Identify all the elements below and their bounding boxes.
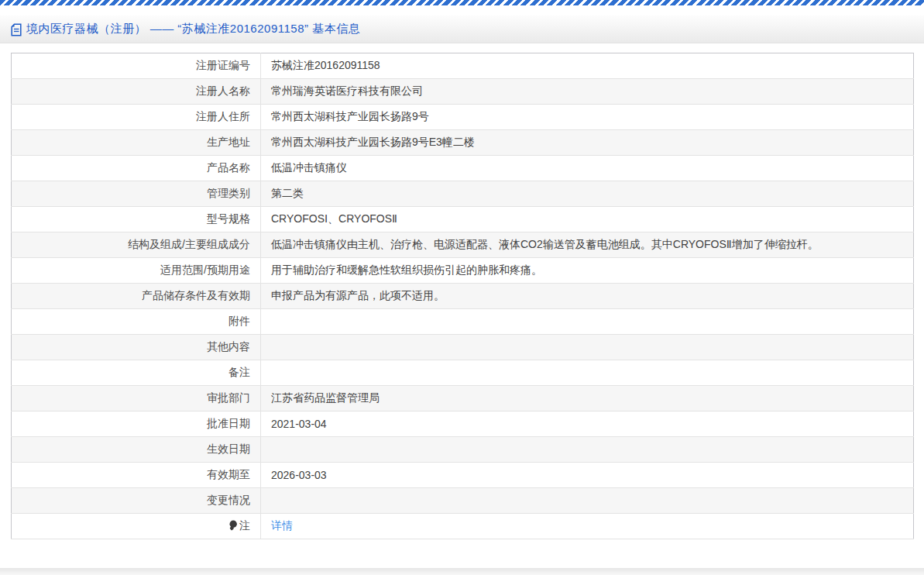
table-row: 结构及组成/主要组成成分 低温冲击镇痛仪由主机、治疗枪、电源适配器、液体CO2输… bbox=[12, 232, 914, 258]
row-label: 型号规格 bbox=[12, 207, 261, 232]
row-value: 低温冲击镇痛仪 bbox=[261, 156, 914, 181]
row-label: 有效期至 bbox=[12, 463, 261, 488]
table-row: 有效期至 2026-03-03 bbox=[12, 463, 914, 488]
row-label: 注 bbox=[12, 514, 261, 539]
row-label: 变更情况 bbox=[12, 488, 261, 514]
row-value: 常州西太湖科技产业园长扬路9号E3幢二楼 bbox=[261, 130, 914, 156]
row-label: 适用范围/预期用途 bbox=[12, 258, 261, 284]
row-value bbox=[261, 488, 914, 514]
page-header: 境内医疗器械（注册） —— “苏械注准20162091158” 基本信息 bbox=[0, 15, 924, 43]
table-row: 产品储存条件及有效期 申报产品为有源产品，此项不适用。 bbox=[12, 284, 914, 309]
row-label: 注册人名称 bbox=[12, 79, 261, 105]
row-label: 生产地址 bbox=[12, 130, 261, 156]
table-row: 适用范围/预期用途 用于辅助治疗和缓解急性软组织损伤引起的肿胀和疼痛。 bbox=[12, 258, 914, 284]
table-row: 变更情况 bbox=[12, 488, 914, 514]
table-row: 生产地址 常州西太湖科技产业园长扬路9号E3幢二楼 bbox=[12, 130, 914, 156]
row-value: 第二类 bbox=[261, 181, 914, 207]
row-label: 管理类别 bbox=[12, 181, 261, 207]
row-value: 常州瑞海英诺医疗科技有限公司 bbox=[261, 79, 914, 105]
table-row: 生效日期 bbox=[12, 437, 914, 463]
row-value: 常州西太湖科技产业园长扬路9号 bbox=[261, 105, 914, 130]
info-table-body: 注册证编号 苏械注准20162091158 注册人名称 常州瑞海英诺医疗科技有限… bbox=[12, 53, 914, 539]
row-label: 生效日期 bbox=[12, 437, 261, 463]
row-value: 2021-03-04 bbox=[261, 411, 914, 437]
page-title: 境内医疗器械（注册） —— “苏械注准20162091158” 基本信息 bbox=[26, 22, 360, 36]
table-row: 管理类别 第二类 bbox=[12, 181, 914, 207]
row-value: CRYOFOSⅠ、CRYOFOSⅡ bbox=[261, 207, 914, 232]
row-value bbox=[261, 309, 914, 335]
table-row: 注册人住所 常州西太湖科技产业园长扬路9号 bbox=[12, 105, 914, 130]
table-row: 附件 bbox=[12, 309, 914, 335]
row-label: 审批部门 bbox=[12, 386, 261, 411]
row-value bbox=[261, 437, 914, 463]
row-value bbox=[261, 335, 914, 360]
row-label: 其他内容 bbox=[12, 335, 261, 360]
row-value: 2026-03-03 bbox=[261, 463, 914, 488]
row-value: 详情 bbox=[261, 514, 914, 539]
table-row: 产品名称 低温冲击镇痛仪 bbox=[12, 156, 914, 181]
row-value: 申报产品为有源产品，此项不适用。 bbox=[261, 284, 914, 309]
table-row: 其他内容 bbox=[12, 335, 914, 360]
bulb-icon bbox=[228, 520, 238, 531]
table-row: 注册人名称 常州瑞海英诺医疗科技有限公司 bbox=[12, 79, 914, 105]
info-table: 注册证编号 苏械注准20162091158 注册人名称 常州瑞海英诺医疗科技有限… bbox=[11, 53, 914, 539]
row-value: 江苏省药品监督管理局 bbox=[261, 386, 914, 411]
table-row: 审批部门 江苏省药品监督管理局 bbox=[12, 386, 914, 411]
document-icon bbox=[11, 23, 22, 36]
bottom-band bbox=[0, 568, 924, 575]
table-row: 批准日期 2021-03-04 bbox=[12, 411, 914, 437]
row-label: 产品名称 bbox=[12, 156, 261, 181]
row-label: 备注 bbox=[12, 360, 261, 386]
row-label: 附件 bbox=[12, 309, 261, 335]
row-label: 结构及组成/主要组成成分 bbox=[12, 232, 261, 258]
row-label: 注册人住所 bbox=[12, 105, 261, 130]
row-label: 产品储存条件及有效期 bbox=[12, 284, 261, 309]
row-label: 批准日期 bbox=[12, 411, 261, 437]
table-row: 备注 bbox=[12, 360, 914, 386]
detail-link[interactable]: 详情 bbox=[271, 519, 293, 532]
table-row: 注册证编号 苏械注准20162091158 bbox=[12, 53, 914, 79]
row-value: 用于辅助治疗和缓解急性软组织损伤引起的肿胀和疼痛。 bbox=[261, 258, 914, 284]
table-row: 注 详情 bbox=[12, 514, 914, 539]
row-label: 注册证编号 bbox=[12, 53, 261, 79]
row-value: 低温冲击镇痛仪由主机、治疗枪、电源适配器、液体CO2输送管及蓄电池组成。其中CR… bbox=[261, 232, 914, 258]
table-row: 型号规格 CRYOFOSⅠ、CRYOFOSⅡ bbox=[12, 207, 914, 232]
row-value: 苏械注准20162091158 bbox=[261, 53, 914, 79]
top-stripe-bar bbox=[0, 0, 924, 5]
row-value bbox=[261, 360, 914, 386]
